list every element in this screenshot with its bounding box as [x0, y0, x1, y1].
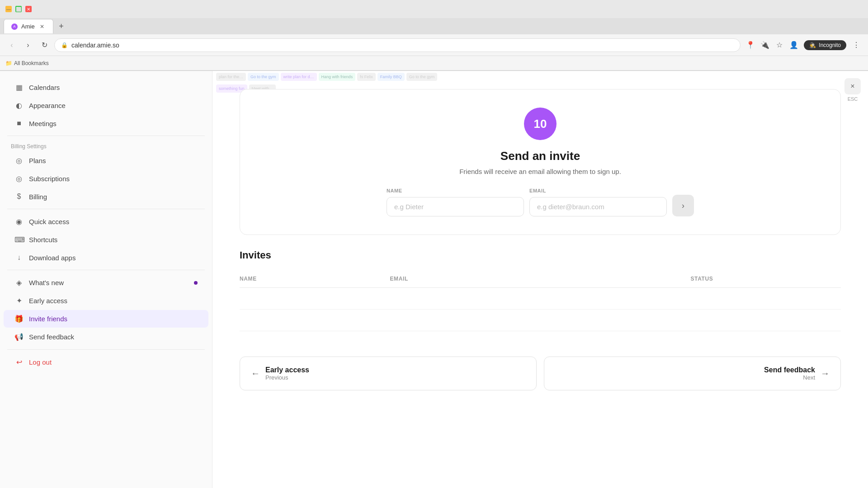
- sidebar-item-send-feedback[interactable]: 📢 Send feedback: [4, 328, 208, 346]
- nav-next-sub: Next: [555, 374, 815, 381]
- sidebar-item-label: Early access: [29, 297, 198, 305]
- plans-icon: ◎: [14, 156, 24, 165]
- sidebar-item-logout[interactable]: ↩ Log out: [4, 353, 208, 371]
- sidebar-item-early-access[interactable]: ✦ Early access: [4, 292, 208, 310]
- sidebar-item-label: What's new: [29, 279, 189, 286]
- active-tab[interactable]: A Amie ✕: [4, 19, 53, 33]
- url-text: calendar.amie.so: [71, 42, 119, 49]
- close-modal-button[interactable]: ×: [844, 78, 861, 94]
- billing-icon: $: [14, 192, 24, 201]
- subscriptions-icon: ◎: [14, 174, 24, 183]
- sidebar-item-download-apps[interactable]: ↓ Download apps: [4, 249, 208, 266]
- shortcuts-icon: ⌨: [14, 235, 24, 244]
- invite-subtitle: Friends will receive an email allowing t…: [459, 168, 621, 175]
- extension-icon[interactable]: 🔌: [759, 39, 771, 52]
- sidebar-item-whats-new[interactable]: ◈ What's new: [4, 274, 208, 291]
- forward-button[interactable]: ›: [22, 39, 34, 52]
- sidebar-item-meetings[interactable]: ■ Meetings: [4, 115, 208, 132]
- nav-prev-sub: Previous: [265, 374, 525, 381]
- col-header-status: STATUS: [691, 276, 841, 282]
- sidebar-item-label: Calendars: [29, 84, 198, 91]
- sidebar-item-quick-access[interactable]: ◉ Quick access: [4, 213, 208, 230]
- back-button[interactable]: ‹: [5, 39, 18, 52]
- email-field: EMAIL: [529, 188, 667, 216]
- sidebar-item-label: Send feedback: [29, 333, 198, 341]
- sidebar-item-label: Meetings: [29, 120, 198, 127]
- send-invite-section: 10 Send an invite Friends will receive a…: [240, 89, 841, 235]
- tab-bar: A Amie ✕ +: [0, 18, 868, 34]
- sidebar-item-billing[interactable]: $ Billing: [4, 188, 208, 205]
- new-tab-button[interactable]: +: [55, 20, 68, 33]
- nav-next-card[interactable]: Send feedback Next →: [544, 357, 841, 390]
- invites-section: Invites NAME EMAIL STATUS: [240, 249, 841, 346]
- nav-next-title: Send feedback: [555, 366, 815, 374]
- bookmarks-label: All Bookmarks: [14, 60, 49, 66]
- logout-icon: ↩: [14, 358, 24, 366]
- tab-close-button[interactable]: ✕: [38, 23, 46, 30]
- maximize-button[interactable]: ⬜: [15, 6, 22, 12]
- email-label: EMAIL: [529, 188, 667, 193]
- menu-button[interactable]: ⋮: [850, 39, 863, 52]
- sidebar-divider-2: [7, 209, 205, 209]
- reload-button[interactable]: ↻: [38, 39, 51, 52]
- early-access-icon: ✦: [14, 296, 24, 305]
- sidebar-item-invite-friends[interactable]: 🎁 Invite friends: [4, 310, 208, 328]
- profile-icon[interactable]: 👤: [788, 39, 800, 52]
- invite-badge: 10: [524, 108, 557, 140]
- nav-buttons: ← Early access Previous Send feedback Ne…: [240, 357, 841, 390]
- sidebar-item-label: Quick access: [29, 218, 198, 225]
- bookmarks-bar: 📁 All Bookmarks: [0, 56, 868, 70]
- new-indicator-dot: [194, 281, 198, 285]
- sidebar-item-plans[interactable]: ◎ Plans: [4, 152, 208, 169]
- nav-prev-card[interactable]: ← Early access Previous: [240, 357, 537, 390]
- url-bar[interactable]: 🔒 calendar.amie.so: [54, 38, 741, 52]
- invite-friends-icon: 🎁: [14, 314, 24, 323]
- incognito-label: Incognito: [819, 42, 841, 48]
- nav-next-text: Send feedback Next: [555, 366, 815, 381]
- close-button[interactable]: ✕: [25, 6, 32, 12]
- sidebar-item-appearance[interactable]: ◐ Appearance: [4, 97, 208, 114]
- address-bar: ‹ › ↻ 🔒 calendar.amie.so 📍 🔌 ☆ 👤 🕵 Incog…: [0, 34, 868, 56]
- location-icon[interactable]: 📍: [744, 39, 757, 52]
- star-icon[interactable]: ☆: [773, 39, 786, 52]
- quick-access-icon: ◉: [14, 217, 24, 226]
- sidebar-item-subscriptions[interactable]: ◎ Subscriptions: [4, 170, 208, 188]
- content-area: 10 Send an invite Friends will receive a…: [212, 71, 868, 408]
- main-content: plan for the… Go to the gym write plan f…: [212, 71, 868, 488]
- sidebar-divider-4: [7, 349, 205, 350]
- sidebar-divider: [7, 136, 205, 136]
- name-input[interactable]: [387, 197, 524, 216]
- sidebar-item-shortcuts[interactable]: ⌨ Shortcuts: [4, 231, 208, 249]
- download-icon: ↓: [14, 253, 24, 262]
- incognito-button[interactable]: 🕵 Incognito: [804, 40, 846, 50]
- sidebar: ▦ Calendars ◐ Appearance ■ Meetings Bill…: [0, 71, 212, 488]
- sidebar-item-label: Plans: [29, 157, 198, 164]
- email-input[interactable]: [529, 197, 667, 216]
- bookmarks-folder-icon: 📁: [5, 60, 12, 66]
- table-empty-row: [240, 288, 841, 310]
- sidebar-item-label: Appearance: [29, 102, 198, 109]
- col-header-name: NAME: [240, 276, 390, 282]
- sidebar-item-calendars[interactable]: ▦ Calendars: [4, 79, 208, 96]
- calendars-icon: ▦: [14, 83, 24, 92]
- whats-new-icon: ◈: [14, 278, 24, 287]
- nav-prev-title: Early access: [265, 366, 525, 374]
- toolbar-icons: 📍 🔌 ☆ 👤: [744, 39, 800, 52]
- minimize-button[interactable]: —: [5, 6, 12, 12]
- send-invite-button[interactable]: ›: [672, 195, 694, 216]
- sidebar-divider-3: [7, 270, 205, 270]
- table-header: NAME EMAIL STATUS: [240, 270, 841, 288]
- table-empty-row: [240, 310, 841, 331]
- nav-prev-text: Early access Previous: [265, 366, 525, 381]
- lock-icon: 🔒: [61, 42, 68, 48]
- invites-title: Invites: [240, 249, 841, 261]
- window-controls: — ⬜ ✕: [5, 6, 32, 12]
- appearance-icon: ◐: [14, 101, 24, 110]
- titlebar: — ⬜ ✕: [0, 0, 868, 18]
- billing-section-label: Billing Settings: [0, 140, 212, 151]
- sidebar-item-label: Billing: [29, 193, 198, 201]
- sidebar-item-label: Invite friends: [29, 315, 198, 323]
- app-container: ▦ Calendars ◐ Appearance ■ Meetings Bill…: [0, 71, 868, 488]
- name-label: NAME: [387, 188, 524, 193]
- meetings-icon: ■: [14, 119, 24, 127]
